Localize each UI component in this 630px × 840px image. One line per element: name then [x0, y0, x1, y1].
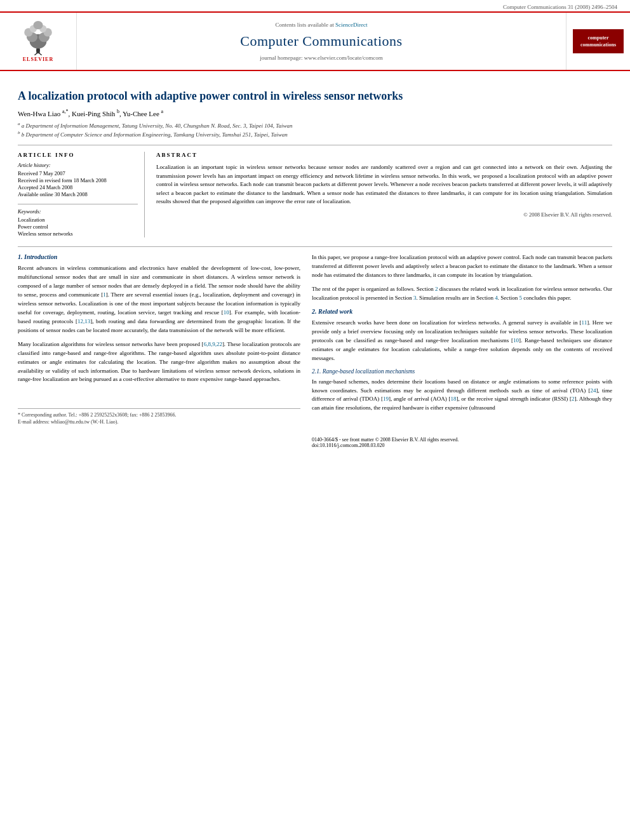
- journal-homepage: journal homepage: www.elsevier.com/locat…: [260, 55, 382, 61]
- affil-b: b b Department of Computer Science and I…: [18, 130, 612, 139]
- accepted-date: Accepted 24 March 2008: [18, 184, 138, 190]
- ref6-link[interactable]: 6,8,9,22: [204, 341, 222, 347]
- journal-citation-bar: Computer Communications 31 (2008) 2496–2…: [0, 0, 630, 11]
- svg-point-9: [36, 49, 40, 53]
- keywords-section: Keywords: Localization Power control Wir…: [18, 204, 138, 237]
- right-column: In this paper, we propose a range-free l…: [312, 253, 612, 448]
- keywords-label: Keywords:: [18, 208, 138, 215]
- section1-para1: Recent advances in wireless communicatio…: [18, 264, 300, 335]
- section2-1-heading: 2.1. Range-based localization mechanisms: [312, 368, 612, 375]
- affil-a: a a Department of Information Management…: [18, 121, 612, 130]
- corresponding-author-note: * Corresponding author. Tel.: +886 2 259…: [18, 412, 300, 418]
- section2-heading: 2. Related work: [312, 308, 612, 315]
- section4-link[interactable]: 4: [495, 295, 498, 301]
- authors-line: Wen-Hwa Liao a,*, Kuei-Ping Shih b, Yu-C…: [18, 109, 612, 117]
- science-direct-link[interactable]: ScienceDirect: [335, 22, 367, 28]
- section1-right-para1: In this paper, we propose a range-free l…: [312, 253, 612, 280]
- science-direct-note: Contents lists available at ScienceDirec…: [276, 22, 368, 28]
- article-title: A localization protocol with adaptive po…: [18, 89, 612, 103]
- elsevier-logo-area: ELSEVIER: [0, 13, 76, 70]
- svg-point-8: [33, 21, 43, 29]
- journal-title: Computer Communications: [240, 33, 402, 50]
- elsevier-brand-text: ELSEVIER: [23, 57, 53, 62]
- logo-line1: computer: [577, 34, 620, 41]
- license-text: 0140-3664/$ - see front matter © 2008 El…: [312, 437, 612, 443]
- ref11-link[interactable]: 11: [582, 319, 587, 326]
- section2-number: 2.: [312, 308, 317, 315]
- section1-number: 1.: [18, 253, 23, 260]
- ref12-link[interactable]: 12,13: [77, 318, 90, 324]
- author-kuei-ping: Kuei-Ping Shih: [72, 110, 115, 117]
- journal-citation: Computer Communications 31 (2008) 2496–2…: [503, 4, 617, 10]
- abstract-panel: ABSTRACT Localization is an important to…: [156, 152, 612, 237]
- ref24-link[interactable]: 24: [590, 387, 596, 394]
- author-yu-chee-sup: a: [161, 109, 164, 114]
- ref18-link[interactable]: 18: [450, 396, 456, 402]
- elsevier-tree-icon: [19, 20, 57, 55]
- section1-title: Introduction: [24, 253, 57, 260]
- two-column-body: 1. Introduction Recent advances in wirel…: [18, 246, 612, 448]
- section2-1-para1: In range-based schemes, nodes determine …: [312, 378, 612, 413]
- journal-brand-logo: computer communications: [566, 13, 630, 70]
- computer-comm-logo-box: computer communications: [573, 29, 624, 53]
- author-wen-hwa: Wen-Hwa Liao: [18, 110, 60, 117]
- section2-link[interactable]: 2: [435, 286, 438, 292]
- section1-heading: 1. Introduction: [18, 253, 300, 260]
- copyright-line: © 2008 Elsevier B.V. All rights reserved…: [156, 211, 612, 218]
- section1-para2: Many localization algorithms for wireles…: [18, 340, 300, 385]
- main-content: A localization protocol with adaptive po…: [0, 71, 630, 457]
- journal-header: ELSEVIER Contents lists available at Sci…: [0, 11, 630, 71]
- revised-date: Received in revised form 18 March 2008: [18, 177, 138, 183]
- keyword-3: Wireless sensor networks: [18, 230, 138, 237]
- section5-link[interactable]: 5: [519, 295, 522, 301]
- section2-para1: Extensive research works have been done …: [312, 319, 612, 363]
- abstract-heading: ABSTRACT: [156, 152, 612, 158]
- section3-link[interactable]: 3: [413, 295, 417, 301]
- ref1-link[interactable]: 1: [103, 291, 106, 298]
- author-kuei-ping-sup: b: [117, 109, 119, 114]
- email-note: E-mail address: whliao@ttu.edu.tw (W.-H.…: [18, 419, 300, 425]
- ref10b-link[interactable]: 10: [513, 337, 519, 343]
- affil-a-sup: a: [18, 121, 20, 126]
- ref2-link[interactable]: 2: [572, 396, 575, 402]
- author-yu-chee: Yu-Chee Lee: [123, 110, 159, 117]
- received-date: Received 7 May 2007: [18, 170, 138, 177]
- affiliations: a a Department of Information Management…: [18, 121, 612, 138]
- keyword-2: Power control: [18, 223, 138, 230]
- logo-line2: communications: [577, 41, 620, 48]
- page-wrapper: Computer Communications 31 (2008) 2496–2…: [0, 0, 630, 840]
- section1-right-para2: The rest of the paper is organized as fo…: [312, 285, 612, 303]
- ref19-link[interactable]: 19: [383, 396, 389, 402]
- footnotes-area: * Corresponding author. Tel.: +886 2 259…: [18, 389, 300, 425]
- doi-area: 0140-3664/$ - see front matter © 2008 El…: [312, 418, 612, 448]
- article-info-panel: ARTICLE INFO Article history: Received 7…: [18, 152, 145, 237]
- affil-b-sup: b: [18, 130, 20, 135]
- left-column: 1. Introduction Recent advances in wirel…: [18, 253, 300, 448]
- abstract-text: Localization is an important topic in wi…: [156, 163, 612, 206]
- author-wen-hwa-sup: a,*: [62, 109, 69, 114]
- article-info-abstract-section: ARTICLE INFO Article history: Received 7…: [18, 145, 612, 237]
- article-info-heading: ARTICLE INFO: [18, 152, 138, 158]
- available-date: Available online 30 March 2008: [18, 191, 138, 197]
- article-history-label: Article history:: [18, 162, 138, 168]
- keyword-1: Localization: [18, 217, 138, 223]
- section2-title: Related work: [318, 308, 352, 315]
- ref10-link[interactable]: 10: [224, 309, 229, 316]
- elsevier-logo: ELSEVIER: [19, 20, 57, 62]
- doi-text: doi:10.1016/j.comcom.2008.03.020: [312, 443, 612, 448]
- journal-title-area: Contents lists available at ScienceDirec…: [76, 13, 566, 70]
